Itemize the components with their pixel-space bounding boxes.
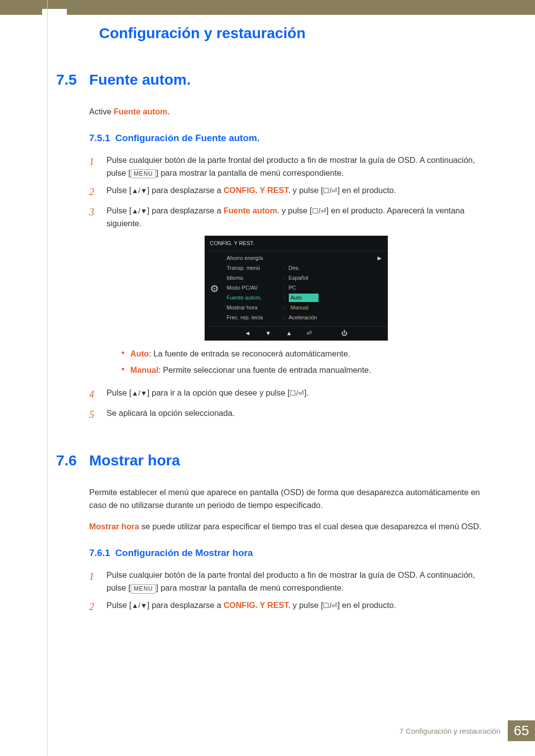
paragraph: Permite establecer el menú que aparece e… [89,486,485,511]
step-1: 1 Pulse cualquier botón de la parte fron… [89,154,485,179]
step-number: 2 [89,184,99,200]
steps-list: 1 Pulse cualquier botón de la parte fron… [89,154,485,422]
step-number: 1 [89,154,99,179]
target-config: CONFIG. Y REST. [223,601,290,609]
subsection-heading: 7.5.1 Configuración de Fuente autom. [89,131,485,145]
menu-key: MENU [131,169,156,179]
footer-text: 7 Configuración y restauración [400,727,508,735]
osd-menu-list: Ahorro energía▶ Transp. menú:Des. Idioma… [224,251,387,326]
bullet-manual: Manual: Permite seleccionar una fuente d… [121,364,485,377]
text: Active [89,107,114,116]
step-number: 2 [89,599,99,614]
text: ] para mostrar la pantalla de menú corre… [156,168,344,177]
updown-icon: ▲/▼ [131,602,147,609]
nav-down-icon: ▼ [266,329,271,338]
text: se puede utilizar para especificar el ti… [139,522,482,531]
subsection-title: Configuración de Mostrar hora [115,548,253,558]
nav-up-icon: ▲ [286,329,292,338]
steps-list: 1 Pulse cualquier botón de la parte fron… [89,569,485,614]
osd-item: Mostrar hora [227,303,284,312]
bullet-auto: Auto: La fuente de entrada se reconocerá… [121,348,485,360]
text: ] para desplazarse a [147,206,223,215]
power-icon: ⏻ [341,329,347,338]
header-bar [0,0,535,15]
step-4: 4 Pulse [▲/▼] para ir a la opción que de… [89,387,485,402]
subsection-title: Configuración de Fuente autom. [115,133,260,143]
target-config: CONFIG. Y REST. [223,186,290,195]
text: y pulse [ [290,186,323,195]
step-2: 2 Pulse [▲/▼] para desplazarse a CONFIG.… [89,599,485,614]
text: : La fuente de entrada se reconocerá aut… [149,349,350,358]
section-title: Fuente autom. [89,71,191,88]
text: ]. [304,388,309,397]
text: Pulse [ [107,206,131,215]
osd-item: Ahorro energía [227,254,284,262]
target-fuente: Fuente autom. [223,206,279,215]
text: Pulse [ [107,388,131,397]
text: ] para desplazarse a [147,601,223,609]
subsection-heading: 7.6.1 Configuración de Mostrar hora [89,546,485,560]
section-title: Mostrar hora [89,452,180,469]
section-7-5: 7.5 Fuente autom. Active Fuente autom. 7… [0,71,535,452]
page-footer: 7 Configuración y restauración 65 [400,720,535,741]
term-fuente-autom: Fuente autom. [114,107,170,116]
osd-option: Manual [289,303,319,312]
term: Manual [130,365,159,374]
updown-icon: ▲/▼ [131,187,147,195]
text: ] para mostrar la pantalla de menú corre… [156,583,344,592]
page: Configuración y restauración 7.5 Fuente … [0,0,535,756]
updown-icon: ▲/▼ [131,207,147,215]
osd-item: Idioma [227,274,284,282]
enter-icon: ☐/⏎ [312,207,326,215]
step-body: Pulse cualquier botón de la parte fronta… [107,154,485,179]
section-number: 7.5 [50,71,77,88]
step-body: Pulse [▲/▼] para desplazarse a CONFIG. Y… [107,599,485,614]
enter-icon: ☐/⏎ [323,187,337,195]
osd-item-selected: Fuente autom. [227,294,284,302]
text: : Permite seleccionar una fuente de entr… [159,365,371,374]
osd-option-selected: Auto [289,294,319,302]
updown-icon: ▲/▼ [131,389,147,397]
page-number: 65 [508,720,535,741]
term: Auto [130,349,149,358]
osd-item: Transp. menú [227,264,284,272]
step-2: 2 Pulse [▲/▼] para desplazarse a CONFIG.… [89,184,485,200]
osd-footer-icons: ◄ ▼ ▲ ⏎ ⏻ [205,326,387,340]
section-7-6: 7.6 Mostrar hora Permite establecer el m… [0,452,535,644]
step-3: 3 Pulse [▲/▼] para desplazarse a Fuente … [89,204,485,382]
term-mostrar-hora: Mostrar hora [89,522,139,531]
menu-key: MENU [131,584,156,594]
arrow-right-icon: ▶ [377,254,384,262]
enter-icon: ☐/⏎ [323,602,337,609]
text: ] para ir a la opción que desee y pulse … [147,388,290,397]
step-number: 5 [89,407,99,422]
paragraph: Mostrar hora se puede utilizar para espe… [89,520,485,533]
step-number: 3 [89,204,99,382]
text: y pulse [ [290,601,323,609]
osd-item: Frec. rep. tecla [227,313,284,322]
step-number: 4 [89,387,99,402]
text: y pulse [ [279,206,312,215]
step-5: 5 Se aplicará la opción seleccionada. [89,407,485,422]
osd-value: Aceleración [289,313,384,322]
enter-icon: ☐/⏎ [290,389,304,397]
step-body: Pulse [▲/▼] para desplazarse a Fuente au… [107,204,485,382]
text: Pulse [ [107,186,131,195]
osd-title: CONFIG. Y REST. [205,236,387,251]
gear-icon: ⚙ [205,251,224,326]
step-1: 1 Pulse cualquier botón de la parte fron… [89,569,485,594]
chapter-title: Configuración y restauración [0,15,535,71]
step-number: 1 [89,569,99,594]
intro-line: Active Fuente autom. [89,105,485,118]
option-bullets: Auto: La fuente de entrada se reconocerá… [121,348,485,377]
text: ] en el producto. [337,186,396,195]
osd-value: PC [289,284,384,292]
step-body: Pulse [▲/▼] para desplazarse a CONFIG. Y… [107,184,485,200]
subsection-number: 7.6.1 [89,548,110,558]
text: ] en el producto. [337,601,396,609]
osd-item: Modo PC/AV [227,284,284,292]
osd-screenshot: CONFIG. Y REST. ⚙ Ahorro energía▶ Transp… [205,236,388,341]
margin-rule [47,0,48,756]
osd-value: Des. [289,264,384,272]
osd-value: Español [289,274,384,282]
